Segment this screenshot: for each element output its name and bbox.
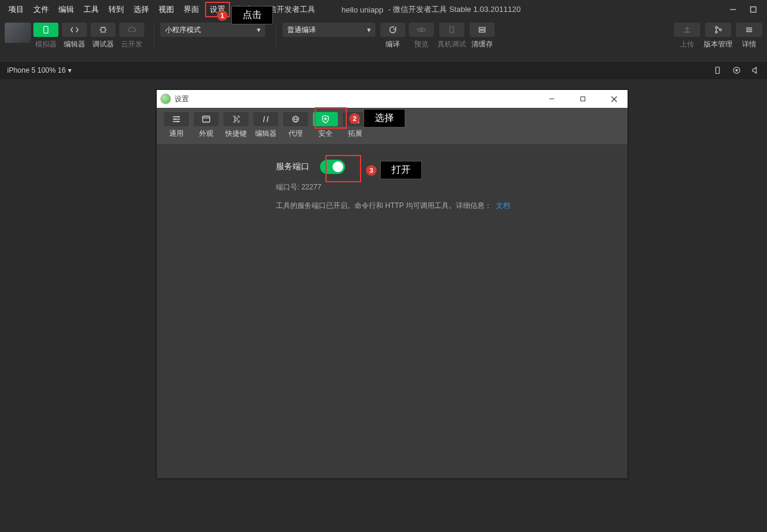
main-toolbar: 模拟器 编辑器 调试器 云开发 小程序模式 ▾ 普通编译 ▾ 编译 (0, 19, 767, 61)
clear-cache-label: 清缓存 (471, 39, 493, 49)
compile-value: 普通编译 (287, 25, 316, 35)
project-name: hello uniapp (341, 5, 383, 14)
details-button[interactable]: 详情 (736, 23, 762, 49)
svg-rect-11 (716, 67, 719, 74)
svg-point-2 (101, 27, 105, 32)
tab-shortcuts[interactable]: 快捷键 (223, 112, 249, 139)
svg-rect-18 (203, 116, 210, 122)
remote-debug-button[interactable]: 真机调试 (437, 23, 466, 49)
svg-point-5 (451, 32, 452, 32)
tab-general[interactable]: 通用 (164, 112, 189, 139)
info-text: 工具的服务端口已开启。命令行和 HTTP 均可调用工具。详细信息： (276, 201, 492, 210)
chevron-down-icon: ▾ (367, 26, 371, 34)
tab-appearance[interactable]: 外观 (194, 112, 219, 139)
svg-point-10 (719, 29, 721, 30)
svg-rect-6 (479, 27, 485, 29)
callout-text: 选择 (364, 109, 405, 127)
tab-proxy[interactable]: 代理 (283, 112, 308, 139)
menu-select[interactable]: 选择 (130, 2, 153, 17)
svg-point-3 (420, 29, 423, 31)
device-selector[interactable]: iPhone 5 100% 16 ▾ (7, 66, 72, 74)
compile-button[interactable]: 编译 (380, 23, 405, 49)
version-control-label: 版本管理 (704, 39, 732, 49)
status-bar: iPhone 5 100% 16 ▾ (0, 61, 767, 79)
simulator-label: 模拟器 (35, 39, 57, 49)
mute-icon[interactable] (752, 66, 760, 74)
port-label: 端口号: (276, 183, 299, 191)
svg-rect-0 (751, 7, 756, 13)
project-icon (5, 23, 31, 43)
settings-title: 设置 (175, 94, 189, 104)
settings-content: 服务端口 端口号: 22277 工具的服务端口已开启。命令行和 HTTP 均可调… (157, 144, 628, 478)
chevron-down-icon: ▾ (257, 26, 260, 34)
svg-point-9 (715, 31, 717, 33)
tab-extensions-label: 拓展 (348, 129, 362, 139)
settings-titlebar: 设置 (157, 90, 628, 108)
svg-rect-14 (581, 97, 585, 101)
docs-link[interactable]: 文档 (496, 201, 510, 210)
toolbar-separator (276, 23, 277, 46)
record-icon[interactable] (732, 66, 741, 74)
menu-tools[interactable]: 工具 (80, 2, 103, 17)
editor-label: 编辑器 (64, 39, 85, 49)
upload-button[interactable]: 上传 (674, 23, 700, 49)
service-port-toggle[interactable] (320, 160, 345, 174)
menu-file[interactable]: 文件 (30, 2, 52, 17)
phone-icon[interactable] (713, 66, 722, 74)
svg-rect-7 (479, 30, 485, 32)
service-port-label: 服务端口 (276, 161, 309, 172)
svg-rect-1 (44, 26, 48, 33)
callout-text: 打开 (380, 161, 422, 179)
device-value: iPhone 5 100% 16 (7, 66, 66, 74)
tab-editor[interactable]: 编辑器 (253, 112, 278, 139)
callout-badge: 1 (217, 10, 228, 21)
svg-point-8 (715, 26, 717, 28)
compile-label: 编译 (386, 39, 400, 49)
mode-dropdown[interactable]: 小程序模式 ▾ (160, 23, 265, 37)
tab-appearance-label: 外观 (199, 129, 213, 139)
callout-1: 1 点击 (217, 6, 273, 24)
tab-proxy-label: 代理 (288, 129, 303, 139)
upload-label: 上传 (680, 39, 694, 49)
settings-close-button[interactable] (600, 90, 628, 108)
window-maximize-button[interactable] (744, 4, 762, 15)
tab-editor-label: 编辑器 (255, 129, 277, 139)
menu-goto[interactable]: 转到 (105, 2, 128, 17)
editor-toggle[interactable]: 编辑器 (62, 23, 87, 49)
tab-security-label: 安全 (318, 129, 333, 139)
simulator-toggle[interactable]: 模拟器 (33, 23, 58, 49)
callout-badge: 2 (349, 113, 360, 124)
toolbar-separator (154, 23, 154, 46)
window-minimize-button[interactable] (724, 4, 742, 15)
debugger-label: 调试器 (92, 39, 114, 49)
callout-3: 3 打开 (366, 161, 422, 179)
tab-general-label: 通用 (169, 129, 184, 139)
tab-shortcuts-label: 快捷键 (225, 129, 247, 139)
port-value: 22277 (302, 183, 321, 191)
settings-maximize-button[interactable] (569, 90, 597, 108)
chevron-down-icon: ▾ (68, 66, 72, 74)
compile-dropdown[interactable]: 普通编译 ▾ (282, 23, 375, 37)
clear-cache-button[interactable]: 清缓存 (470, 23, 495, 49)
svg-point-13 (735, 69, 738, 71)
menu-view[interactable]: 视图 (155, 2, 178, 17)
wechat-devtools-icon (160, 94, 171, 104)
callout-text: 点击 (231, 6, 273, 24)
menu-project[interactable]: 项目 (5, 2, 27, 17)
version-control-button[interactable]: 版本管理 (704, 23, 732, 49)
port-row: 端口号: 22277 (276, 182, 628, 192)
tab-security[interactable]: 安全 (313, 112, 338, 139)
settings-minimize-button[interactable] (538, 90, 566, 108)
menu-interface[interactable]: 界面 (180, 2, 203, 17)
cloud-toggle[interactable]: 云开发 (119, 23, 144, 49)
callout-2: 2 选择 (349, 109, 405, 127)
remote-debug-label: 真机调试 (437, 39, 466, 49)
svg-point-16 (175, 119, 176, 120)
cloud-label: 云开发 (121, 39, 142, 49)
svg-point-17 (177, 121, 179, 123)
svg-point-15 (178, 116, 179, 118)
preview-button[interactable]: 预览 (409, 23, 434, 49)
debugger-toggle[interactable]: 调试器 (91, 23, 116, 49)
details-label: 详情 (742, 39, 756, 49)
menu-edit[interactable]: 编辑 (55, 2, 77, 17)
